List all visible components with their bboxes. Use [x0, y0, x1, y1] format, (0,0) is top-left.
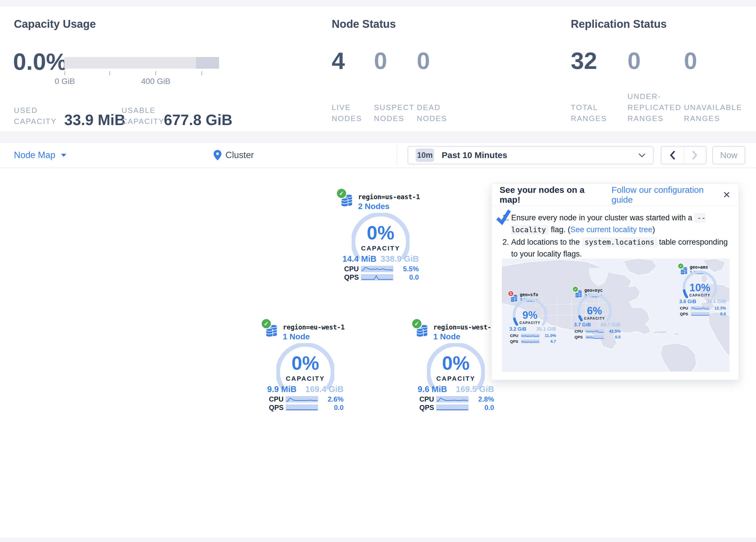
popup-header: See your nodes on a map! Follow our conf… — [491, 183, 739, 206]
chevron-right-icon — [692, 151, 698, 159]
instruction-step-2: Add locations to the system.locations ta… — [511, 236, 729, 260]
cpu-value: 12.3% — [714, 306, 726, 311]
axis-tick — [155, 71, 156, 75]
total-capacity-value: 35.1 GiB — [536, 326, 556, 332]
axis-tick — [109, 71, 110, 75]
qps-label: QPS — [510, 339, 521, 344]
chevron-down-icon — [638, 153, 645, 157]
geo-card-ams: ✓ geo=ams 1 Node 10% CAPACITY 3.6 GiB — [679, 262, 726, 317]
popup-title: See your nodes on a map! — [500, 185, 603, 205]
qps-label: QPS — [680, 312, 691, 316]
axis-tick-label: 400 GiB — [135, 77, 176, 86]
check-icon: ✓ — [414, 320, 419, 327]
time-forward-button[interactable] — [684, 146, 706, 164]
check-icon: ✓ — [264, 320, 269, 327]
qps-label: QPS — [419, 404, 436, 412]
cpu-sparkline — [586, 330, 604, 333]
qps-value: 4.7 — [551, 339, 556, 344]
breadcrumb-label: Cluster — [225, 150, 254, 160]
healthy-check-badge: ✓ — [572, 286, 579, 293]
gauge-percent: 0% — [352, 223, 410, 242]
view-selector-label: Node Map — [14, 150, 55, 160]
system-locations-code: system.locations — [582, 237, 657, 247]
gauge-percent: 9% — [513, 310, 547, 321]
cpu-sparkline — [286, 396, 318, 403]
time-back-button[interactable] — [661, 146, 684, 164]
capacity-usage-bar — [64, 57, 219, 69]
qps-label: QPS — [269, 404, 286, 412]
total-ranges-count: 32 — [571, 49, 597, 73]
used-value: 3.6 GiB — [679, 299, 696, 305]
qps-value: 0.0 — [334, 404, 344, 412]
under-replicated-ranges-label: UNDER-REPLICATED RANGES — [627, 91, 687, 124]
total-ranges-label: TOTAL RANGES — [571, 102, 620, 124]
cpu-label: CPU — [510, 334, 521, 338]
view-selector-dropdown[interactable]: Node Map — [14, 143, 66, 168]
capacity-gauge: 10% CAPACITY — [682, 270, 717, 298]
qps-sparkline — [286, 405, 318, 411]
unavailable-ranges-label: UNAVAILABLE RANGES — [684, 102, 755, 124]
capacity-usage-percent: 0.0% — [13, 50, 67, 73]
caret-down-icon — [61, 154, 66, 157]
used-capacity-label: USED CAPACITY — [14, 105, 65, 127]
total-capacity-value: 34.4 GiB — [706, 299, 726, 305]
qps-sparkline — [521, 340, 540, 344]
cpu-label: CPU — [680, 306, 691, 311]
under-replicated-ranges-count: 0 — [627, 49, 641, 73]
check-icon: ✓ — [574, 287, 577, 291]
dead-nodes-label: DEAD NODES — [417, 102, 457, 124]
cpu-value: 5.5% — [403, 265, 419, 273]
healthy-check-badge: ✓ — [336, 188, 347, 199]
capacity-usage-title: Capacity Usage — [14, 18, 96, 30]
geo-title: geo=nyc — [584, 288, 603, 293]
gauge-percent: 10% — [682, 283, 717, 293]
used-capacity-value: 33.9 MiB — [64, 111, 125, 128]
node-status-title: Node Status — [332, 18, 396, 30]
used-value: 3.2 GiB — [509, 326, 526, 332]
region-title: region=us-east-1 — [358, 193, 420, 201]
qps-sparkline — [691, 312, 709, 316]
locality-tree-link[interactable]: See current locality tree — [570, 225, 652, 234]
qps-sparkline — [361, 274, 393, 281]
healthy-check-badge: ✓ — [411, 318, 422, 329]
gauge-capacity-label: CAPACITY — [276, 375, 334, 383]
node-map-canvas: ✓ region=us-east-1 2 Nodes 0% CAPACITY 1… — [0, 168, 756, 539]
gauge-percent: 0% — [427, 354, 485, 373]
cpu-label: CPU — [344, 265, 361, 273]
suspect-nodes-label: SUSPECT NODES — [374, 102, 414, 124]
cpu-sparkline — [691, 306, 709, 310]
time-nav-arrows — [661, 146, 707, 164]
region-title: region=us-west-1 — [433, 324, 495, 331]
cluster-summary-bar: Capacity Usage 0.0% 0 GiB 400 GiB USED C… — [0, 6, 756, 132]
cpu-sparkline — [436, 396, 469, 403]
cpu-sparkline — [521, 334, 540, 338]
gauge-capacity-label: CAPACITY — [682, 293, 717, 297]
region-card-us-west-1[interactable]: ✓ region=us-west-1 1 Node 0% CAPACITY 9.… — [415, 317, 496, 413]
capacity-usage-bar-segment — [196, 57, 219, 69]
qps-value: 0.0 — [485, 404, 494, 412]
step-done-check-icon — [495, 208, 513, 226]
region-card-us-east-1[interactable]: ✓ region=us-east-1 2 Nodes 0% CAPACITY 1… — [340, 187, 421, 283]
time-range-dropdown[interactable]: 10m Past 10 Minutes — [408, 146, 654, 164]
axis-tick — [65, 71, 65, 75]
geo-card-sfo: 1 geo=sfo 2 Nodes 9% CAPACITY 3.2 GiB — [509, 290, 557, 345]
region-card-eu-west-1[interactable]: ✓ region=eu-west-1 1 Node 0% CAPACITY 9.… — [265, 317, 346, 413]
cpu-label: CPU — [575, 329, 586, 334]
qps-sparkline — [586, 335, 604, 339]
used-value: 3.7 GiB — [574, 322, 591, 328]
cpu-label: CPU — [419, 395, 436, 403]
region-node-count: 1 Node — [283, 332, 310, 341]
now-button[interactable]: Now — [712, 146, 745, 164]
total-capacity-value: 169.5 GiB — [456, 385, 494, 394]
cluster-overview-page: Capacity Usage 0.0% 0 GiB 400 GiB USED C… — [0, 0, 756, 542]
error-count-badge: 1 — [508, 291, 514, 297]
breadcrumb[interactable]: Cluster — [214, 143, 254, 168]
cpu-label: CPU — [269, 395, 286, 403]
geo-title: geo=sfo — [520, 292, 538, 297]
total-capacity-value: 65.7 GiB — [601, 322, 621, 328]
capacity-gauge: 0% CAPACITY — [352, 213, 410, 259]
gauge-percent: 0% — [276, 354, 334, 373]
used-value: 9.9 MiB — [267, 385, 297, 394]
close-icon[interactable]: ✕ — [723, 190, 731, 199]
configuration-guide-link[interactable]: Follow our configuration guide — [612, 185, 723, 205]
